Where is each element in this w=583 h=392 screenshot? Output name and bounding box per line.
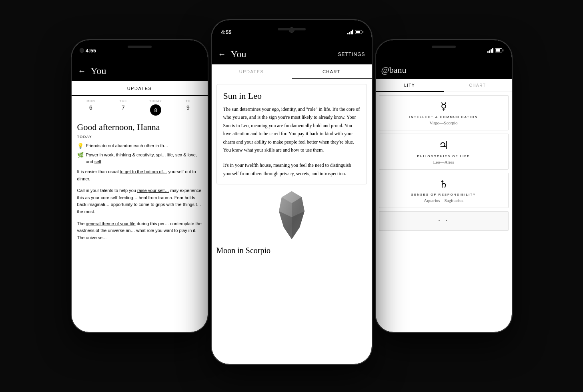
jupiter-signs: Leo—Aries — [384, 160, 503, 164]
center-notch-bar: 4:55 — [212, 20, 372, 44]
center-nav-header: ← You SETTINGS — [212, 44, 372, 64]
right-speaker — [432, 46, 456, 48]
planet-card-jupiter: ♃ PHILOSOPHIES OF LIFE Leo—Aries — [379, 134, 509, 170]
phone-left-screen: 4:55 ← You UPDATES — [72, 40, 208, 332]
today-label: TODAY — [72, 135, 208, 141]
settings-button[interactable]: SETTINGS — [338, 52, 365, 57]
update-text-2: Power in work, thinking & creativity, sp… — [86, 152, 202, 165]
jupiter-category: PHILOSOPHIES OF LIFE — [384, 154, 503, 158]
calendar-row: MON 6 TUE 7 TODAY 8 TH 9 — [72, 96, 208, 119]
update-item-2: 🌿 Power in work, thinking & creativity, … — [72, 150, 208, 166]
update-emoji-1: 💡 — [77, 143, 84, 149]
left-speaker — [128, 46, 152, 48]
tab-chart-right[interactable]: CHART — [444, 79, 512, 92]
tab-updates-left[interactable]: UPDATES — [72, 81, 208, 96]
right-tabs-bar: LITY CHART — [376, 79, 512, 92]
center-nav-title: You — [231, 49, 333, 60]
right-signal-bars-icon — [487, 48, 493, 53]
center-time: 4:55 — [221, 29, 232, 35]
center-speaker — [278, 28, 306, 30]
left-screen-content: MON 6 TUE 7 TODAY 8 TH 9 — [72, 96, 208, 332]
saturn-category: SENSES OF RESPONSIBILITY — [384, 193, 503, 196]
right-screen-content: ☿ INTELLECT & COMMUNICATION Virgo—Scorpi… — [376, 92, 512, 332]
left-notch-bar: 4:55 — [72, 40, 208, 61]
phone-right: @banu LITY CHART ☿ INTELLECT & COMMUNICA… — [376, 40, 512, 332]
phone-center: 4:55 ← — [212, 20, 372, 364]
update-item-1: 💡 Friends do not abandon each other in t… — [72, 141, 208, 150]
dots-symbol-icon: · · — [438, 216, 449, 225]
body-text-2: Call in your talents to help you raise y… — [72, 185, 208, 218]
left-tabs-bar: UPDATES — [72, 81, 208, 96]
right-status-bar — [388, 48, 503, 53]
left-time: 4:55 — [86, 48, 96, 54]
saturn-symbol-icon: ♄ — [384, 178, 503, 190]
planet-card-mercury: ☿ INTELLECT & COMMUNICATION Virgo—Scorpi… — [379, 95, 509, 130]
phone-center-screen: 4:55 ← — [212, 20, 372, 364]
right-nav-header: @banu — [376, 61, 512, 79]
center-back-arrow-icon[interactable]: ← — [218, 50, 226, 59]
sun-leo-title: Sun in Leo — [223, 91, 360, 101]
update-emoji-2: 🌿 — [77, 152, 84, 158]
phone-left: 4:55 ← You UPDATES — [72, 40, 208, 332]
phone-right-screen: @banu LITY CHART ☿ INTELLECT & COMMUNICA… — [376, 40, 512, 332]
planet-card-saturn: ♄ SENSES OF RESPONSIBILITY Aquarius—Sagi… — [379, 173, 509, 208]
left-back-arrow-icon[interactable]: ← — [78, 66, 86, 76]
cal-day-mon: MON 6 — [75, 99, 107, 116]
mercury-symbol-icon: ☿ — [384, 100, 503, 113]
center-status-icons — [347, 30, 362, 34]
body-text-1: It is easier than usual to get to the bo… — [72, 166, 208, 185]
battery-icon — [355, 30, 362, 34]
left-nav-header: ← You — [72, 61, 208, 81]
phones-container: 4:55 ← You UPDATES — [52, 16, 532, 376]
left-camera-icon — [80, 48, 84, 53]
sun-leo-card: Sun in Leo The sun determines your ego, … — [216, 84, 367, 184]
planet-card-dots: · · — [379, 211, 509, 231]
signal-bars-icon — [347, 30, 353, 34]
left-nav-title: You — [91, 66, 201, 76]
tab-chart-center[interactable]: CHART — [292, 64, 372, 79]
update-text-1: Friends do not abandon each other in th… — [86, 142, 168, 149]
left-status-bar: 4:55 — [84, 48, 199, 54]
right-notch-bar — [376, 40, 512, 61]
right-battery-icon — [495, 48, 502, 52]
saturn-signs: Aquarius—Sagittarius — [384, 198, 503, 203]
cal-day-tue: TUE 7 — [107, 99, 140, 116]
mercury-category: INTELLECT & COMMUNICATION — [384, 115, 503, 119]
tab-lity-right[interactable]: LITY — [376, 79, 444, 92]
crystal-image — [276, 189, 308, 241]
crystal-container — [212, 189, 372, 241]
jupiter-symbol-icon: ♃ — [384, 139, 503, 152]
cal-day-th: TH 9 — [172, 99, 204, 116]
username-display: @banu — [381, 65, 506, 75]
center-screen-content: Sun in Leo The sun determines your ego, … — [212, 79, 372, 364]
tab-updates-center[interactable]: UPDATES — [212, 64, 292, 79]
center-tabs-bar: UPDATES CHART — [212, 64, 372, 79]
right-status-icons — [487, 48, 502, 53]
moon-scorpio-title: Moon in Scorpio — [212, 244, 372, 255]
mercury-signs: Virgo—Scorpio — [384, 120, 503, 125]
cal-day-today: TODAY 8 — [140, 99, 172, 116]
sun-leo-text-2: It's in your twelfth house, meaning you … — [223, 161, 360, 178]
body-text-3: The general theme of your life during th… — [72, 218, 208, 244]
greeting-text: Good afternoon, Hanna — [72, 119, 208, 135]
sun-leo-text-1: The sun determines your ego, identity, a… — [223, 105, 360, 154]
